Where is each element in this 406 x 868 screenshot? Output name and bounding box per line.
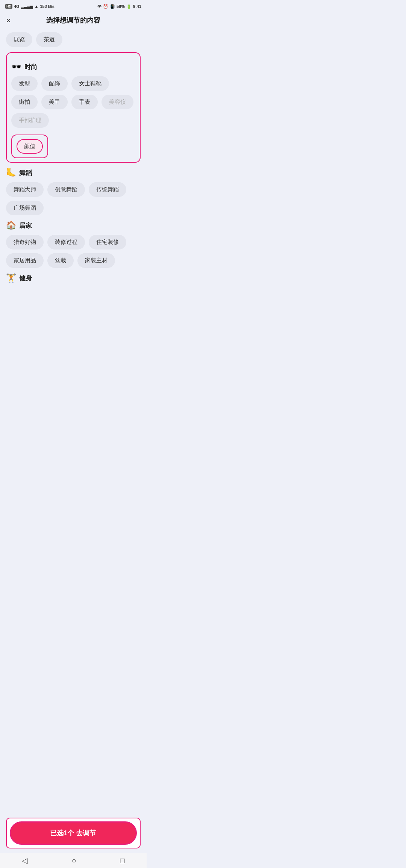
dance-tags-row: 舞蹈大师 创意舞蹈 传统舞蹈 广场舞蹈 <box>6 182 141 215</box>
fitness-section-header: 🏋️ 健身 <box>6 273 141 283</box>
home-title: 居家 <box>19 221 32 230</box>
tag-home-goods[interactable]: 家居用品 <box>6 253 44 268</box>
header: × 选择想调节的内容 <box>0 12 147 29</box>
tag-watch[interactable]: 手表 <box>71 95 98 109</box>
tag-hand-care[interactable]: 手部护理 <box>11 113 49 128</box>
dance-section: 🦶 舞蹈 舞蹈大师 创意舞蹈 传统舞蹈 广场舞蹈 <box>6 168 141 215</box>
tag-manicure[interactable]: 美甲 <box>41 95 68 109</box>
tag-dance-master[interactable]: 舞蹈大师 <box>6 182 44 197</box>
signal-bars: ▂▃▄▅ <box>21 4 33 9</box>
tag-street-photo[interactable]: 街拍 <box>11 95 38 109</box>
top-tags-row: 展览 茶道 <box>6 32 141 47</box>
home-tags-row: 猎奇好物 装修过程 住宅装修 家居用品 盆栽 家装主材 <box>6 235 141 268</box>
tag-accessories[interactable]: 配饰 <box>41 76 68 91</box>
tag-residential-renovation[interactable]: 住宅装修 <box>89 235 126 250</box>
tag-renovation-process[interactable]: 装修过程 <box>47 235 85 250</box>
dance-icon: 🦶 <box>6 168 16 178</box>
clock: 9:41 <box>133 4 141 9</box>
tag-exhibition[interactable]: 展览 <box>6 32 32 47</box>
fitness-icon: 🏋️ <box>6 273 16 283</box>
tag-bonsai[interactable]: 盆栽 <box>47 253 74 268</box>
content-area: 展览 茶道 🕶️ 时尚 发型 配饰 女士鞋靴 街拍 美甲 手表 美容仪 手部护理… <box>0 29 147 325</box>
status-right: 👁 ⏰ 📳 58% 🔋 9:41 <box>97 4 141 9</box>
alarm-icon: ⏰ <box>103 4 108 9</box>
fashion-tags-row: 发型 配饰 女士鞋靴 街拍 美甲 手表 美容仪 手部护理 <box>11 76 135 128</box>
dance-title: 舞蹈 <box>19 169 32 177</box>
tag-traditional-dance[interactable]: 传统舞蹈 <box>89 182 126 197</box>
eye-icon: 👁 <box>97 4 102 9</box>
fashion-section-container: 🕶️ 时尚 发型 配饰 女士鞋靴 街拍 美甲 手表 美容仪 手部护理 颜值 <box>6 52 141 163</box>
close-button[interactable]: × <box>6 17 11 25</box>
network-signal: 4G <box>14 4 20 9</box>
home-section: 🏠 居家 猎奇好物 装修过程 住宅装修 家居用品 盆栽 家装主材 <box>6 221 141 268</box>
page-title: 选择想调节的内容 <box>46 16 100 25</box>
hd-badge: HD <box>5 4 12 9</box>
status-left: HD 4G ▂▃▄▅ ▲ 153 B/s <box>5 4 55 9</box>
tag-yanzhi-selected[interactable]: 颜值 <box>17 139 43 154</box>
tag-hairstyle[interactable]: 发型 <box>11 76 38 91</box>
home-icon: 🏠 <box>6 221 16 230</box>
tag-creative-dance[interactable]: 创意舞蹈 <box>47 182 85 197</box>
tag-curiosity[interactable]: 猎奇好物 <box>6 235 44 250</box>
speed: 153 B/s <box>40 4 55 9</box>
battery-icon: 🔋 <box>126 4 132 9</box>
battery-pct: 58% <box>117 4 125 9</box>
yanzhi-selected-container: 颜值 <box>11 135 48 158</box>
tag-home-materials[interactable]: 家装主材 <box>77 253 115 268</box>
tag-beauty-device[interactable]: 美容仪 <box>102 95 133 109</box>
fitness-section: 🏋️ 健身 <box>6 273 141 283</box>
fashion-title: 时尚 <box>24 63 37 71</box>
dance-section-header: 🦶 舞蹈 <box>6 168 141 178</box>
fitness-title: 健身 <box>19 274 32 283</box>
tag-square-dance[interactable]: 广场舞蹈 <box>6 201 44 215</box>
wifi-icon: ▲ <box>34 4 38 9</box>
tag-womens-shoes[interactable]: 女士鞋靴 <box>71 76 109 91</box>
fashion-section-header: 🕶️ 时尚 <box>11 62 135 72</box>
vibrate-icon: 📳 <box>110 4 115 9</box>
fashion-icon: 🕶️ <box>11 62 21 72</box>
home-section-header: 🏠 居家 <box>6 221 141 230</box>
status-bar: HD 4G ▂▃▄▅ ▲ 153 B/s 👁 ⏰ 📳 58% 🔋 9:41 <box>0 0 147 12</box>
tag-tea[interactable]: 茶道 <box>36 32 62 47</box>
